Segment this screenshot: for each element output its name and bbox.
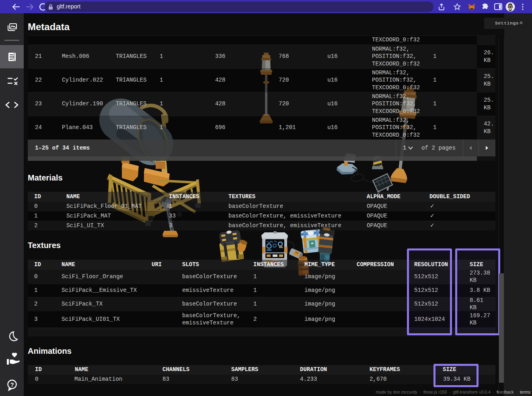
svg-text:?: ? — [10, 382, 14, 388]
